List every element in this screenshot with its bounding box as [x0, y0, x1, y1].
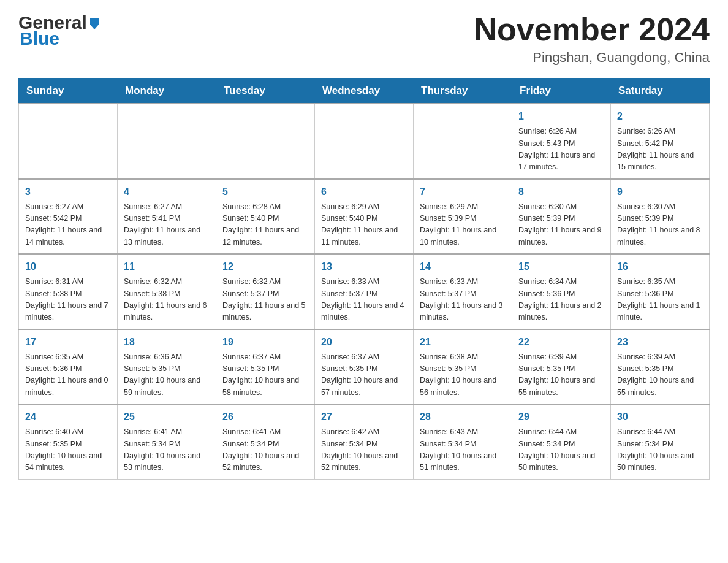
day-info: Sunrise: 6:34 AM Sunset: 5:36 PM Dayligh…	[518, 276, 604, 324]
day-info: Sunrise: 6:33 AM Sunset: 5:37 PM Dayligh…	[420, 276, 506, 324]
day-number: 12	[222, 259, 308, 274]
calendar-cell: 20Sunrise: 6:37 AM Sunset: 5:35 PM Dayli…	[315, 329, 414, 405]
calendar-cell: 8Sunrise: 6:30 AM Sunset: 5:39 PM Daylig…	[512, 179, 611, 255]
day-number: 5	[222, 185, 308, 199]
day-info: Sunrise: 6:42 AM Sunset: 5:34 PM Dayligh…	[321, 426, 407, 474]
calendar-header-row: SundayMondayTuesdayWednesdayThursdayFrid…	[19, 79, 710, 104]
day-info: Sunrise: 6:43 AM Sunset: 5:34 PM Dayligh…	[420, 426, 506, 474]
calendar-cell: 15Sunrise: 6:34 AM Sunset: 5:36 PM Dayli…	[512, 254, 611, 329]
column-header-sunday: Sunday	[19, 79, 118, 104]
day-number: 3	[25, 185, 111, 199]
svg-marker-0	[90, 18, 99, 29]
calendar-cell: 28Sunrise: 6:43 AM Sunset: 5:34 PM Dayli…	[414, 404, 512, 479]
calendar-week-row: 17Sunrise: 6:35 AM Sunset: 5:36 PM Dayli…	[19, 329, 710, 405]
calendar-cell: 11Sunrise: 6:32 AM Sunset: 5:38 PM Dayli…	[118, 254, 216, 329]
calendar-cell: 1Sunrise: 6:26 AM Sunset: 5:43 PM Daylig…	[512, 104, 611, 179]
logo-arrow-icon	[88, 16, 101, 29]
day-info: Sunrise: 6:36 AM Sunset: 5:35 PM Dayligh…	[124, 351, 210, 399]
day-number: 25	[124, 410, 210, 424]
day-info: Sunrise: 6:39 AM Sunset: 5:35 PM Dayligh…	[518, 351, 604, 399]
calendar-cell	[414, 104, 512, 179]
column-header-monday: Monday	[118, 79, 216, 104]
calendar-cell: 10Sunrise: 6:31 AM Sunset: 5:38 PM Dayli…	[19, 254, 118, 329]
day-info: Sunrise: 6:32 AM Sunset: 5:38 PM Dayligh…	[124, 276, 210, 324]
day-number: 29	[518, 410, 604, 424]
calendar-week-row: 10Sunrise: 6:31 AM Sunset: 5:38 PM Dayli…	[19, 254, 710, 329]
calendar-cell: 22Sunrise: 6:39 AM Sunset: 5:35 PM Dayli…	[512, 329, 611, 405]
day-number: 11	[124, 259, 210, 274]
calendar-cell	[315, 104, 414, 179]
day-info: Sunrise: 6:30 AM Sunset: 5:39 PM Dayligh…	[518, 201, 604, 249]
column-header-friday: Friday	[512, 79, 611, 104]
logo-blue-text: Blue	[18, 28, 59, 49]
day-info: Sunrise: 6:35 AM Sunset: 5:36 PM Dayligh…	[617, 276, 703, 324]
calendar-cell	[216, 104, 315, 179]
day-info: Sunrise: 6:40 AM Sunset: 5:35 PM Dayligh…	[25, 426, 111, 474]
calendar-cell: 21Sunrise: 6:38 AM Sunset: 5:35 PM Dayli…	[414, 329, 512, 405]
calendar-cell: 17Sunrise: 6:35 AM Sunset: 5:36 PM Dayli…	[19, 329, 118, 405]
calendar-cell: 5Sunrise: 6:28 AM Sunset: 5:40 PM Daylig…	[216, 179, 315, 255]
calendar-cell	[118, 104, 216, 179]
day-info: Sunrise: 6:27 AM Sunset: 5:41 PM Dayligh…	[124, 201, 210, 249]
calendar-cell: 13Sunrise: 6:33 AM Sunset: 5:37 PM Dayli…	[315, 254, 414, 329]
day-info: Sunrise: 6:44 AM Sunset: 5:34 PM Dayligh…	[617, 426, 703, 474]
day-info: Sunrise: 6:27 AM Sunset: 5:42 PM Dayligh…	[25, 201, 111, 249]
calendar-cell: 12Sunrise: 6:32 AM Sunset: 5:37 PM Dayli…	[216, 254, 315, 329]
day-number: 21	[420, 335, 506, 350]
day-info: Sunrise: 6:38 AM Sunset: 5:35 PM Dayligh…	[420, 351, 506, 399]
day-info: Sunrise: 6:37 AM Sunset: 5:35 PM Dayligh…	[321, 351, 407, 399]
page-header: General Blue November 2024 Pingshan, Gua…	[18, 12, 710, 66]
day-info: Sunrise: 6:44 AM Sunset: 5:34 PM Dayligh…	[518, 426, 604, 474]
logo: General Blue	[18, 12, 102, 49]
day-info: Sunrise: 6:30 AM Sunset: 5:39 PM Dayligh…	[617, 201, 703, 249]
calendar-cell: 29Sunrise: 6:44 AM Sunset: 5:34 PM Dayli…	[512, 404, 611, 479]
day-number: 24	[25, 410, 111, 424]
day-number: 4	[124, 185, 210, 199]
calendar-cell: 23Sunrise: 6:39 AM Sunset: 5:35 PM Dayli…	[611, 329, 710, 405]
column-header-wednesday: Wednesday	[315, 79, 414, 104]
page-title: November 2024	[474, 12, 710, 47]
day-info: Sunrise: 6:35 AM Sunset: 5:36 PM Dayligh…	[25, 351, 111, 399]
day-number: 22	[518, 335, 604, 350]
calendar-cell: 7Sunrise: 6:29 AM Sunset: 5:39 PM Daylig…	[414, 179, 512, 255]
calendar-cell: 19Sunrise: 6:37 AM Sunset: 5:35 PM Dayli…	[216, 329, 315, 405]
day-number: 17	[25, 335, 111, 350]
day-info: Sunrise: 6:29 AM Sunset: 5:39 PM Dayligh…	[420, 201, 506, 249]
calendar-cell: 27Sunrise: 6:42 AM Sunset: 5:34 PM Dayli…	[315, 404, 414, 479]
day-number: 23	[617, 335, 703, 350]
calendar-week-row: 24Sunrise: 6:40 AM Sunset: 5:35 PM Dayli…	[19, 404, 710, 479]
day-info: Sunrise: 6:29 AM Sunset: 5:40 PM Dayligh…	[321, 201, 407, 249]
calendar-cell	[19, 104, 118, 179]
day-info: Sunrise: 6:32 AM Sunset: 5:37 PM Dayligh…	[222, 276, 308, 324]
day-number: 10	[25, 259, 111, 274]
day-number: 15	[518, 259, 604, 274]
day-number: 14	[420, 259, 506, 274]
page-subtitle: Pingshan, Guangdong, China	[474, 50, 710, 66]
calendar-cell: 25Sunrise: 6:41 AM Sunset: 5:34 PM Dayli…	[118, 404, 216, 479]
calendar-week-row: 3Sunrise: 6:27 AM Sunset: 5:42 PM Daylig…	[19, 179, 710, 255]
day-number: 19	[222, 335, 308, 350]
day-number: 18	[124, 335, 210, 350]
day-number: 30	[617, 410, 703, 424]
calendar-week-row: 1Sunrise: 6:26 AM Sunset: 5:43 PM Daylig…	[19, 104, 710, 179]
calendar-cell: 4Sunrise: 6:27 AM Sunset: 5:41 PM Daylig…	[118, 179, 216, 255]
day-info: Sunrise: 6:26 AM Sunset: 5:43 PM Dayligh…	[518, 126, 604, 174]
day-number: 1	[518, 109, 604, 124]
day-number: 13	[321, 259, 407, 274]
day-number: 2	[617, 109, 703, 124]
calendar-cell: 26Sunrise: 6:41 AM Sunset: 5:34 PM Dayli…	[216, 404, 315, 479]
day-number: 26	[222, 410, 308, 424]
day-info: Sunrise: 6:39 AM Sunset: 5:35 PM Dayligh…	[617, 351, 703, 399]
day-info: Sunrise: 6:31 AM Sunset: 5:38 PM Dayligh…	[25, 276, 111, 324]
day-number: 20	[321, 335, 407, 350]
column-header-saturday: Saturday	[611, 79, 710, 104]
day-number: 27	[321, 410, 407, 424]
column-header-tuesday: Tuesday	[216, 79, 315, 104]
day-number: 16	[617, 259, 703, 274]
calendar-cell: 16Sunrise: 6:35 AM Sunset: 5:36 PM Dayli…	[611, 254, 710, 329]
day-number: 28	[420, 410, 506, 424]
day-number: 9	[617, 185, 703, 199]
day-info: Sunrise: 6:33 AM Sunset: 5:37 PM Dayligh…	[321, 276, 407, 324]
calendar-cell: 2Sunrise: 6:26 AM Sunset: 5:42 PM Daylig…	[611, 104, 710, 179]
day-number: 6	[321, 185, 407, 199]
